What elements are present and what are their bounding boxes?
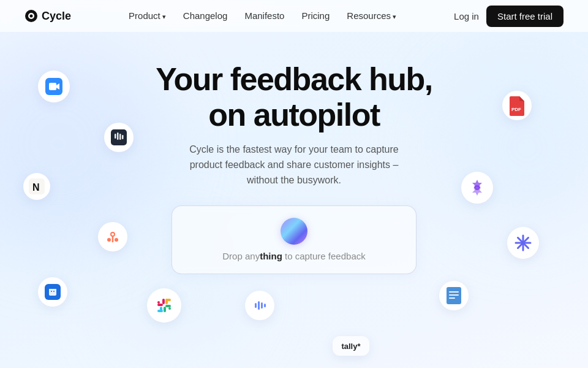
svg-rect-28 xyxy=(160,307,162,312)
svg-point-2 xyxy=(30,15,33,18)
svg-rect-23 xyxy=(165,305,171,307)
svg-rect-31 xyxy=(261,302,263,309)
hero-title: Your feedback hub, on autopilot xyxy=(156,61,432,132)
svg-rect-30 xyxy=(258,301,260,310)
svg-rect-18 xyxy=(53,291,55,292)
nav-item-manifesto[interactable]: Manifesto xyxy=(244,10,284,21)
tally-label: tally* xyxy=(341,342,360,351)
svg-rect-17 xyxy=(51,291,52,292)
navbar: Cycle Product Changelog Manifesto Pricin… xyxy=(0,0,588,32)
nav-item-product[interactable]: Product xyxy=(129,10,166,21)
svg-rect-21 xyxy=(157,301,160,304)
nav-link-pricing[interactable]: Pricing xyxy=(301,10,330,21)
tally-icon: tally* xyxy=(333,336,369,356)
slack-icon xyxy=(147,288,181,323)
doc-icon xyxy=(439,281,469,310)
svg-rect-32 xyxy=(264,304,266,307)
start-free-trial-button[interactable]: Start free trial xyxy=(486,6,564,27)
svg-rect-19 xyxy=(162,299,165,304)
intercom-bottom-icon xyxy=(38,277,67,307)
nav-link-resources[interactable]: Resources xyxy=(347,10,396,21)
nav-item-changelog[interactable]: Changelog xyxy=(183,10,228,21)
hero-title-line2: on autopilot xyxy=(208,97,379,132)
nav-link-manifesto[interactable]: Manifesto xyxy=(244,10,284,21)
svg-rect-20 xyxy=(157,304,163,306)
svg-rect-29 xyxy=(255,303,257,308)
svg-rect-22 xyxy=(164,307,166,312)
logo-text: Cycle xyxy=(42,10,71,23)
nav-item-resources[interactable]: Resources xyxy=(347,10,396,21)
nav-link-product[interactable]: Product xyxy=(129,10,166,21)
chorus-icon xyxy=(245,291,274,320)
logo[interactable]: Cycle xyxy=(24,9,71,23)
svg-rect-40 xyxy=(449,291,459,293)
nav-link-changelog[interactable]: Changelog xyxy=(183,10,228,21)
svg-rect-41 xyxy=(449,294,459,296)
nav-item-pricing[interactable]: Pricing xyxy=(301,10,330,21)
nav-actions: Log in Start free trial xyxy=(454,6,564,27)
svg-rect-26 xyxy=(165,299,168,304)
svg-rect-24 xyxy=(168,307,171,310)
globe-icon xyxy=(281,218,307,245)
hero-section: Your feedback hub, on autopilot Cycle is… xyxy=(0,32,588,274)
drop-zone[interactable]: Drop anything to capture feedback xyxy=(172,205,417,274)
login-button[interactable]: Log in xyxy=(454,11,479,21)
drop-zone-text: Drop anything to capture feedback xyxy=(222,251,365,261)
hero-subtitle: Cycle is the fastest way for your team t… xyxy=(178,142,410,188)
hero-title-line1: Your feedback hub, xyxy=(156,61,432,97)
svg-rect-42 xyxy=(449,297,455,299)
nav-links: Product Changelog Manifesto Pricing Reso… xyxy=(129,10,396,21)
